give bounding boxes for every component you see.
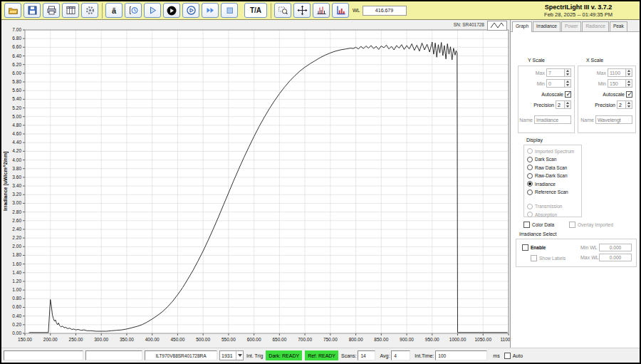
show-labels-row: Show Labels xyxy=(531,255,566,261)
avg-value[interactable]: 4 xyxy=(391,350,410,360)
radio-label: Absorption xyxy=(535,212,557,217)
print-button[interactable] xyxy=(43,3,60,18)
circled-play-icon xyxy=(186,5,197,16)
status-panel-1 xyxy=(4,350,83,360)
y-max-spinner[interactable]: 7 xyxy=(546,68,571,77)
ms-label: ms xyxy=(493,353,499,358)
app-title: SpectrILight III v. 3.7.2 xyxy=(544,4,613,11)
y-min-arrows[interactable] xyxy=(565,79,571,88)
y-tick-label: 4.20 xyxy=(12,148,21,153)
display-title: Display xyxy=(526,137,543,142)
x-tick-label: 850.00 xyxy=(374,337,388,342)
y-name-field[interactable]: Irradiance xyxy=(534,115,571,124)
fast-forward-icon xyxy=(205,5,216,16)
enable-checkbox[interactable] xyxy=(522,244,528,251)
x-tick-label: 550.00 xyxy=(222,337,236,342)
save-button[interactable] xyxy=(24,3,41,18)
int-time-input[interactable]: 100 xyxy=(435,350,487,360)
gear-icon xyxy=(85,5,95,16)
radio-raw-dark-scan[interactable] xyxy=(527,173,533,179)
wave-view-button[interactable] xyxy=(487,21,507,31)
dark-status-badge: Dark: READY xyxy=(266,350,302,360)
y-tick-label: 3.80 xyxy=(12,166,21,171)
spectrum-chart-area: 150.00200.00250.00300.00350.00400.00450.… xyxy=(1,20,510,348)
y-max-arrows[interactable] xyxy=(565,68,571,77)
observer-dropdown[interactable]: 1931 xyxy=(219,350,244,360)
tab-irradiance[interactable]: Irradiance xyxy=(533,21,561,31)
start-scan-button[interactable] xyxy=(163,3,180,18)
observer-value: 1931 xyxy=(220,353,236,358)
y-tick-label: 5.80 xyxy=(12,79,21,84)
settings-button[interactable] xyxy=(81,3,98,18)
y-autoscale-checkbox[interactable] xyxy=(565,91,571,98)
tab-peak[interactable]: Peak xyxy=(610,21,627,31)
continuous-scan-button[interactable] xyxy=(182,3,199,18)
x-precision-arrows[interactable] xyxy=(626,100,632,109)
x-tick-label: 700.00 xyxy=(298,337,312,342)
display-group: Imported SpectrumDark ScanRaw Data ScanR… xyxy=(523,145,582,217)
transmission-absorption-button[interactable]: T/A xyxy=(244,3,267,18)
y-min-spinner[interactable]: 0 xyxy=(546,79,571,88)
y-min-label: Min xyxy=(537,81,545,86)
x-min-spinner[interactable]: 150 xyxy=(608,79,632,88)
radio-imported-spectrum xyxy=(527,148,533,154)
x-tick-label: 650.00 xyxy=(272,337,286,342)
stop-button[interactable] xyxy=(221,3,238,18)
play-button[interactable] xyxy=(144,3,161,18)
integration-time-button[interactable] xyxy=(125,3,142,18)
wl-input[interactable]: 416.679 xyxy=(363,6,407,16)
zoom-select-button[interactable] xyxy=(274,3,291,18)
y-tick-label: 5.60 xyxy=(12,88,21,93)
x-tick-label: 300.00 xyxy=(94,337,108,342)
overlay-imported-label: Overlay Imported xyxy=(578,222,613,227)
tab-power: Power xyxy=(561,21,581,31)
y-tick-label: 2.00 xyxy=(12,244,21,249)
bars-view-button[interactable] xyxy=(332,3,349,18)
y-precision-spinner[interactable]: 2 xyxy=(556,100,571,109)
max-wl-label: Max WL xyxy=(580,255,599,260)
x-autoscale-checkbox[interactable] xyxy=(626,91,632,98)
x-min-value[interactable]: 150 xyxy=(608,79,626,88)
show-labels-checkbox[interactable] xyxy=(531,255,537,261)
x-tick-label: 1000.00 xyxy=(449,337,467,342)
min-wl-field[interactable]: 0.000 xyxy=(599,244,632,251)
radio-dark-scan[interactable] xyxy=(527,157,533,162)
wl-label: WL xyxy=(353,8,360,13)
y-tick-label: 2.80 xyxy=(12,209,21,214)
x-precision-spinner[interactable]: 2 xyxy=(617,100,632,109)
y-precision-value[interactable]: 2 xyxy=(556,100,565,109)
y-precision-label: Precision xyxy=(533,103,554,108)
x-max-value[interactable]: 1100 xyxy=(608,68,626,77)
data-table-button[interactable] xyxy=(62,3,79,18)
x-precision-value[interactable]: 2 xyxy=(617,100,626,109)
color-data-checkbox[interactable] xyxy=(523,222,530,228)
app-window: ā T/A xyxy=(0,0,641,364)
tab-graph[interactable]: Graph xyxy=(512,21,532,32)
y-tick-label: 1.60 xyxy=(12,261,21,266)
radio-irradiance[interactable] xyxy=(527,181,533,187)
peaks-view-button[interactable] xyxy=(313,3,330,18)
y-precision-arrows[interactable] xyxy=(565,100,571,109)
radio-raw-data-scan[interactable] xyxy=(527,165,533,170)
x-name-field[interactable]: Wavelengt xyxy=(595,115,632,124)
scans-value[interactable]: 14 xyxy=(358,350,375,360)
stop-icon xyxy=(224,5,235,16)
overlay-imported-checkbox[interactable] xyxy=(569,222,575,228)
radio-label: Reference Scan xyxy=(535,189,568,194)
radio-transmission xyxy=(527,204,533,209)
y-tick-label: 1.40 xyxy=(12,270,21,275)
fast-forward-button[interactable] xyxy=(202,3,219,18)
x-max-arrows[interactable] xyxy=(626,68,632,77)
spectrum-chart: 150.00200.00250.00300.00350.00400.00450.… xyxy=(1,20,510,348)
radio-reference-scan[interactable] xyxy=(527,189,533,195)
max-wl-field[interactable]: 0.000 xyxy=(599,254,632,261)
x-tick-label: 200.00 xyxy=(43,337,58,342)
auto-checkbox[interactable] xyxy=(504,353,511,359)
x-max-spinner[interactable]: 1100 xyxy=(608,68,632,77)
open-button[interactable] xyxy=(4,3,21,18)
y-max-value[interactable]: 7 xyxy=(546,68,565,77)
pan-button[interactable] xyxy=(293,3,311,18)
auto-range-button[interactable]: ā xyxy=(105,3,123,18)
x-min-arrows[interactable] xyxy=(626,79,632,88)
y-min-value[interactable]: 0 xyxy=(546,79,565,88)
